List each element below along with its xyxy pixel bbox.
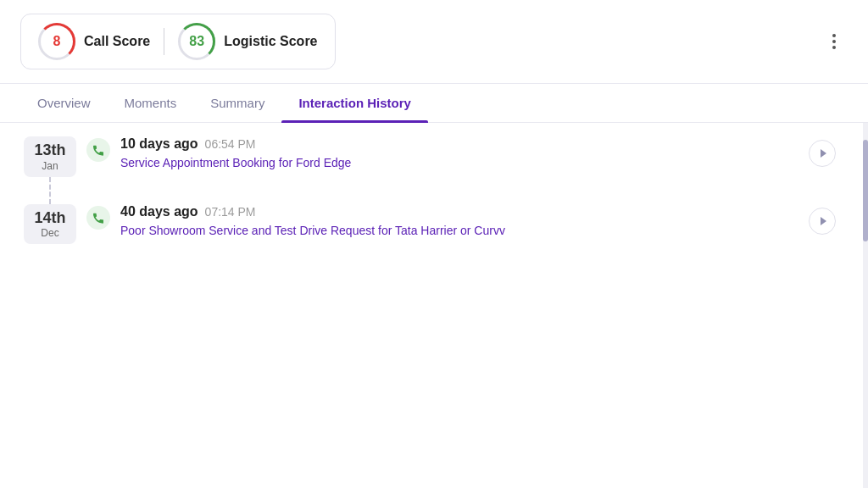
more-menu-button[interactable] bbox=[821, 28, 848, 55]
time-row-1: 10 days ago 06:54 PM bbox=[120, 136, 809, 152]
row-inner-1: 10 days ago 06:54 PM Service Appointment… bbox=[110, 136, 843, 172]
title-2: Poor Showroom Service and Test Drive Req… bbox=[120, 223, 809, 240]
scrollbar-track bbox=[863, 123, 868, 488]
call-icon-1 bbox=[86, 138, 110, 162]
date-col-1: 13th Jan bbox=[20, 136, 80, 177]
content-1: 10 days ago 06:54 PM Service Appointment… bbox=[120, 136, 809, 172]
more-dot-2 bbox=[832, 40, 836, 43]
score-card: 8 Call Score 83 Logistic Score bbox=[20, 14, 336, 69]
tab-moments[interactable]: Moments bbox=[108, 84, 194, 122]
scrollbar-thumb[interactable] bbox=[863, 140, 868, 241]
timeline-line-1 bbox=[49, 177, 51, 204]
month-2: Dec bbox=[34, 227, 65, 239]
title-1: Service Appointment Booking for Ford Edg… bbox=[120, 155, 809, 172]
call-score-circle: 8 bbox=[38, 23, 75, 60]
chevron-button-1[interactable] bbox=[809, 140, 836, 167]
time-clock-2: 07:14 PM bbox=[205, 205, 256, 219]
row-inner-2: 40 days ago 07:14 PM Poor Showroom Servi… bbox=[110, 204, 843, 240]
date-badge-1: 13th Jan bbox=[24, 136, 75, 177]
day-1: 13th bbox=[34, 141, 65, 160]
call-score-item: 8 Call Score bbox=[38, 23, 150, 60]
icon-col-1 bbox=[86, 136, 110, 162]
main-container: 8 Call Score 83 Logistic Score Overview … bbox=[0, 0, 868, 488]
content-area: 13th Jan 10 days ago bbox=[0, 123, 868, 488]
logistic-score-label: Logistic Score bbox=[224, 34, 317, 49]
time-ago-1: 10 days ago bbox=[120, 136, 198, 152]
date-badge-2: 14th Dec bbox=[24, 204, 75, 245]
month-1: Jan bbox=[34, 160, 65, 172]
time-ago-2: 40 days ago bbox=[120, 204, 198, 219]
call-score-label: Call Score bbox=[84, 34, 150, 49]
time-row-2: 40 days ago 07:14 PM bbox=[120, 204, 809, 219]
logistic-score-item: 83 Logistic Score bbox=[178, 23, 317, 60]
logistic-score-value: 83 bbox=[189, 34, 204, 49]
timeline-item-2: 14th Dec 40 days ago 07:14 bbox=[20, 204, 843, 245]
more-dot-1 bbox=[832, 34, 836, 37]
chevron-button-2[interactable] bbox=[809, 208, 836, 235]
day-2: 14th bbox=[34, 209, 65, 228]
tabs-bar: Overview Moments Summary Interaction His… bbox=[0, 84, 868, 123]
icon-col-2 bbox=[86, 204, 110, 230]
call-icon-2 bbox=[86, 206, 110, 230]
history-list: 13th Jan 10 days ago bbox=[0, 123, 863, 488]
tab-summary[interactable]: Summary bbox=[193, 84, 281, 122]
score-divider bbox=[164, 28, 164, 55]
logistic-score-circle: 83 bbox=[178, 23, 215, 60]
time-clock-1: 06:54 PM bbox=[205, 137, 256, 151]
score-header: 8 Call Score 83 Logistic Score bbox=[0, 0, 868, 84]
timeline-item: 13th Jan 10 days ago bbox=[20, 136, 843, 177]
chevron-right-icon-2 bbox=[821, 217, 826, 225]
more-dot-3 bbox=[832, 46, 836, 49]
tab-interaction-history[interactable]: Interaction History bbox=[281, 84, 428, 122]
content-2: 40 days ago 07:14 PM Poor Showroom Servi… bbox=[120, 204, 809, 240]
tab-overview[interactable]: Overview bbox=[20, 84, 108, 122]
call-score-value: 8 bbox=[53, 34, 61, 49]
date-col-2: 14th Dec bbox=[20, 204, 80, 245]
chevron-right-icon-1 bbox=[821, 149, 826, 158]
